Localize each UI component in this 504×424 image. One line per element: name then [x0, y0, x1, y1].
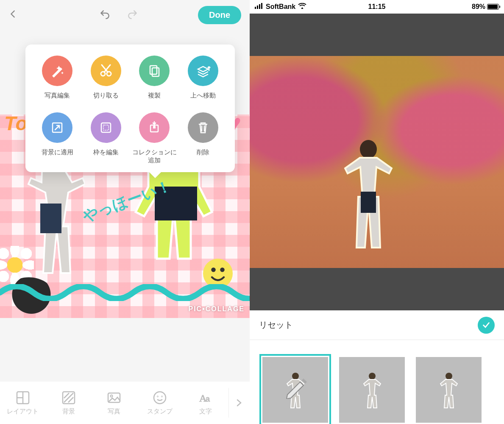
- svg-text:a: a: [206, 395, 210, 403]
- redo-icon[interactable]: [127, 8, 138, 21]
- popup-item-border[interactable]: 枠を編集: [82, 112, 131, 165]
- svg-point-2: [211, 268, 216, 272]
- popup-label: 上へ移動: [190, 91, 216, 100]
- preview-image[interactable]: [250, 56, 504, 268]
- popup-item-copy[interactable]: 複製: [130, 56, 179, 100]
- popup-label: 枠を編集: [93, 148, 119, 156]
- popup-item-add-collection[interactable]: コレクションに追加: [130, 112, 179, 165]
- toolbar-more[interactable]: [228, 388, 250, 418]
- svg-point-18: [162, 396, 163, 397]
- layers-up-icon: [188, 56, 218, 86]
- collage-canvas[interactable]: To ♥ やっほーい！: [0, 30, 250, 352]
- svg-rect-23: [259, 4, 260, 9]
- popup-item-expand[interactable]: 背景に適用: [33, 112, 82, 165]
- bottom-toolbar: レイアウト背景写真スタンプAa文字: [0, 382, 250, 424]
- filter-thumbnails: [250, 340, 504, 424]
- toolbar-label: 文字: [199, 407, 212, 416]
- clock: 11:15: [368, 3, 386, 11]
- svg-point-25: [302, 7, 303, 8]
- done-button[interactable]: Done: [198, 6, 241, 24]
- undo-icon[interactable]: [99, 8, 110, 21]
- popup-label: 削除: [197, 148, 209, 156]
- svg-rect-22: [257, 6, 258, 9]
- toolbar-photo[interactable]: 写真: [92, 391, 137, 416]
- svg-point-30: [446, 373, 452, 379]
- trash-icon: [188, 112, 218, 143]
- border-icon: [91, 112, 121, 143]
- svg-rect-21: [255, 7, 256, 9]
- svg-rect-6: [150, 66, 157, 74]
- preview-area[interactable]: [250, 14, 504, 310]
- wifi-icon: [298, 3, 306, 11]
- confirm-button[interactable]: [478, 317, 495, 334]
- popup-item-layers-up[interactable]: 上へ移動: [179, 56, 228, 100]
- popup-label: 背景に適用: [42, 148, 73, 156]
- popup-item-scissors[interactable]: 切り取る: [82, 56, 131, 100]
- popup-item-magic[interactable]: 写真編集: [33, 56, 82, 100]
- svg-rect-10: [103, 125, 109, 130]
- reset-button[interactable]: リセット: [259, 319, 478, 331]
- svg-rect-27: [361, 192, 376, 213]
- toolbar-background[interactable]: 背景: [46, 391, 92, 416]
- sticker-wave-icon[interactable]: [0, 284, 250, 301]
- scissors-icon: [91, 56, 121, 86]
- toolbar-label: レイアウト: [7, 407, 39, 416]
- svg-rect-7: [152, 68, 159, 76]
- popup-label: 切り取る: [93, 91, 119, 100]
- add-collection-icon: [139, 112, 170, 143]
- toolbar-stamp[interactable]: スタンプ: [137, 391, 183, 416]
- svg-rect-24: [261, 3, 262, 9]
- svg-point-15: [111, 395, 113, 397]
- popup-label: 写真編集: [45, 91, 70, 100]
- battery-pct: 89%: [472, 3, 485, 11]
- toolbar-label: スタンプ: [147, 407, 173, 416]
- popup-label: 複製: [148, 91, 161, 100]
- svg-point-26: [360, 140, 377, 159]
- filter-thumb-0[interactable]: [262, 357, 328, 423]
- expand-icon: [42, 112, 72, 143]
- signal-icon: [255, 3, 263, 11]
- pencil-icon: [283, 374, 308, 400]
- svg-point-29: [369, 373, 376, 379]
- carrier-label: SoftBank: [266, 3, 295, 11]
- context-menu: 写真編集切り取る複製上へ移動背景に適用枠を編集コレクションに追加削除: [25, 45, 235, 172]
- magic-icon: [42, 56, 72, 86]
- watermark: PIC•COLLAGE: [189, 305, 245, 313]
- svg-rect-9: [101, 123, 111, 132]
- filter-thumb-2[interactable]: [416, 357, 482, 423]
- status-bar: SoftBank 11:15 89%: [250, 0, 504, 14]
- toolbar-text[interactable]: Aa文字: [183, 391, 228, 416]
- back-icon[interactable]: [8, 13, 18, 20]
- toolbar-layout[interactable]: レイアウト: [0, 391, 46, 416]
- svg-point-17: [157, 396, 159, 397]
- sticker-to-text[interactable]: To: [4, 112, 28, 135]
- copy-icon: [139, 56, 170, 86]
- toolbar-label: 背景: [62, 407, 75, 416]
- svg-point-3: [220, 268, 225, 272]
- svg-rect-0: [40, 204, 61, 233]
- popup-item-trash[interactable]: 削除: [179, 112, 228, 165]
- battery-icon: [487, 4, 499, 10]
- popup-label: コレクションに追加: [130, 148, 179, 165]
- svg-point-16: [154, 392, 166, 404]
- toolbar-label: 写真: [108, 407, 120, 416]
- cutout-on-background[interactable]: [343, 137, 394, 255]
- filter-thumb-1[interactable]: [339, 357, 405, 423]
